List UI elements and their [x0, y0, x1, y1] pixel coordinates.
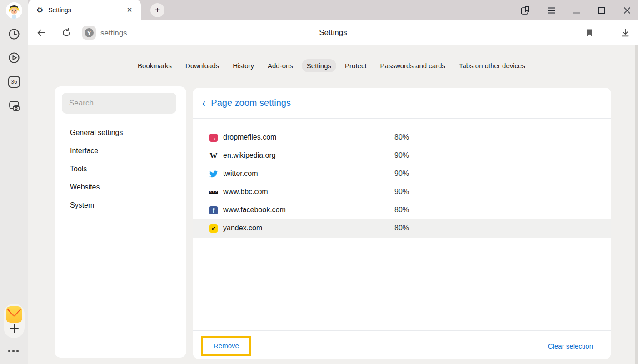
menu-item-interface[interactable]: Interface	[55, 142, 186, 160]
new-tab-button[interactable]: +	[150, 3, 164, 17]
tab-title: Settings	[48, 6, 125, 14]
user-avatar[interactable]	[6, 2, 22, 19]
screenshot-icon[interactable]	[7, 99, 21, 112]
panel-footer: Remove Clear selection	[193, 330, 611, 359]
gear-icon: ⚙	[36, 5, 43, 15]
scrollbar-track[interactable]	[635, 45, 638, 364]
zoom-value: 90%	[394, 151, 409, 160]
nav-tab-protect[interactable]: Protect	[340, 59, 372, 72]
dropmefiles-favicon: →	[209, 134, 218, 142]
zoom-site-list: → dropmefiles.com 80% W en.wikipedia.org…	[193, 129, 611, 238]
chevron-left-icon[interactable]: ‹	[202, 97, 205, 110]
table-row[interactable]: W en.wikipedia.org 90%	[193, 147, 611, 165]
table-row[interactable]: BBC www.bbc.com 90%	[193, 183, 611, 201]
table-row[interactable]: f www.facebook.com 80%	[193, 201, 611, 219]
menu-item-general[interactable]: General settings	[55, 124, 186, 142]
site-name: yandex.com	[223, 224, 262, 232]
nav-tab-settings[interactable]: Settings	[302, 59, 336, 72]
menu-item-tools[interactable]: Tools	[55, 160, 186, 178]
settings-nav-tabs: Bookmarks Downloads History Add-ons Sett…	[28, 59, 635, 72]
panel-header: ‹ Page zoom settings	[193, 88, 611, 119]
nav-tab-addons[interactable]: Add-ons	[263, 59, 298, 72]
menu-icon[interactable]	[545, 4, 558, 17]
close-window-button[interactable]	[620, 4, 634, 17]
remove-button-highlight: Remove	[201, 336, 251, 356]
close-tab-icon[interactable]: ✕	[125, 5, 135, 15]
table-row-selected[interactable]: ✔ yandex.com 80%	[193, 219, 611, 238]
tab-count-label: 36	[8, 76, 20, 88]
selected-checkbox-icon[interactable]: ✔	[209, 224, 218, 233]
nav-tab-passwords[interactable]: Passwords and cards	[375, 59, 450, 72]
bbc-favicon: BBC	[209, 188, 218, 196]
site-name: en.wikipedia.org	[223, 151, 276, 160]
browser-tab-settings[interactable]: ⚙ Settings ✕	[28, 0, 141, 20]
browser-toolbar: Y settings Settings	[28, 20, 638, 45]
zoom-value: 80%	[394, 133, 409, 141]
play-video-icon[interactable]	[7, 51, 21, 65]
address-bar-text[interactable]: settings	[100, 29, 127, 38]
wikipedia-favicon: W	[209, 152, 218, 160]
tab-count-badge[interactable]: 36	[7, 75, 21, 89]
avatar-girl-icon	[6, 2, 22, 19]
app-sidebar: 36	[0, 0, 28, 364]
maximize-button[interactable]	[595, 4, 608, 17]
nav-tab-bookmarks[interactable]: Bookmarks	[133, 59, 177, 72]
tab-bar: ⚙ Settings ✕ +	[28, 0, 638, 20]
reload-icon[interactable]	[61, 28, 71, 38]
zoom-value: 80%	[394, 224, 409, 232]
toolbar-divider	[608, 27, 608, 38]
page-zoom-panel: ‹ Page zoom settings → dropmefiles.com 8…	[193, 88, 611, 359]
site-name: www.facebook.com	[223, 206, 286, 214]
more-options-icon[interactable]	[8, 350, 21, 352]
zoom-value: 90%	[394, 188, 409, 196]
bookmarks-panel-icon[interactable]	[518, 4, 532, 17]
site-name: www.bbc.com	[223, 188, 268, 196]
twitter-favicon	[209, 170, 218, 178]
table-row[interactable]: → dropmefiles.com 80%	[193, 129, 611, 147]
nav-tab-other-devices[interactable]: Tabs on other devices	[454, 59, 530, 72]
back-icon[interactable]	[36, 28, 46, 38]
site-badge-icon: Y	[82, 26, 96, 40]
site-name: dropmefiles.com	[223, 133, 276, 141]
zoom-value: 90%	[394, 170, 409, 178]
menu-item-system[interactable]: System	[55, 196, 186, 214]
remove-button[interactable]: Remove	[214, 342, 239, 349]
bookmark-icon[interactable]	[584, 28, 594, 38]
clear-selection-button[interactable]: Clear selection	[548, 342, 593, 350]
page-title[interactable]: Page zoom settings	[211, 98, 291, 108]
yandex-mail-icon[interactable]	[6, 306, 22, 323]
search-input[interactable]	[62, 93, 176, 114]
minimize-button[interactable]	[570, 4, 583, 17]
download-icon[interactable]	[620, 28, 630, 38]
settings-content: Bookmarks Downloads History Add-ons Sett…	[28, 45, 638, 364]
table-row[interactable]: twitter.com 90%	[193, 165, 611, 183]
facebook-favicon: f	[209, 206, 218, 214]
settings-menu: General settings Interface Tools Website…	[55, 124, 186, 214]
nav-tab-downloads[interactable]: Downloads	[180, 59, 224, 72]
site-name: twitter.com	[223, 170, 258, 178]
add-panel-button[interactable]	[7, 322, 21, 335]
nav-tab-history[interactable]: History	[228, 59, 259, 72]
settings-menu-card: General settings Interface Tools Website…	[55, 86, 186, 358]
browser-window: 36	[0, 0, 638, 364]
yandex-y-glyph: Y	[85, 28, 94, 37]
history-clock-icon[interactable]	[7, 27, 21, 41]
menu-item-websites[interactable]: Websites	[55, 178, 186, 196]
zoom-value: 80%	[394, 206, 409, 214]
